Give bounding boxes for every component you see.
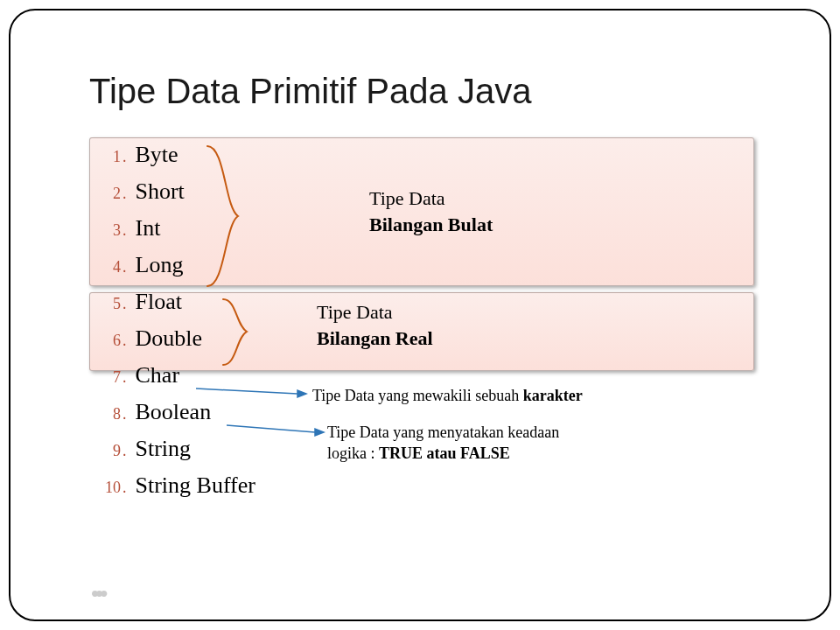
annot-line2: Bilangan Real <box>317 326 433 352</box>
svg-line-2 <box>227 425 315 432</box>
arrow-icon <box>194 378 308 404</box>
list-label: Float <box>136 289 182 315</box>
dot-separator: . <box>122 368 127 387</box>
annotation-real: Tipe Data Bilangan Real <box>317 299 433 351</box>
annot-line1: Tipe Data <box>317 299 433 326</box>
list-number: 10 <box>96 479 121 497</box>
list-label: Int <box>136 215 161 242</box>
note-line1: Tipe Data yang menyatakan keadaan <box>327 422 625 443</box>
list-number: 5 <box>96 295 121 313</box>
dot-separator: . <box>122 221 127 240</box>
note-bold: karakter <box>523 387 583 404</box>
note-line2-bold: TRUE atau FALSE <box>379 444 510 462</box>
list-label: String <box>136 436 192 462</box>
dot-separator: . <box>122 258 127 276</box>
slide-title: Tipe Data Primitif Pada Java <box>89 72 531 111</box>
dot-separator: . <box>122 148 127 166</box>
list-label: Byte <box>136 142 178 168</box>
list-number: 4 <box>96 258 121 276</box>
note-text: Tipe Data yang mewakili sebuah <box>312 387 523 404</box>
list-number: 2 <box>96 185 121 203</box>
list-label: Long <box>136 252 184 278</box>
dot-separator: . <box>122 442 127 460</box>
annotation-boolean: Tipe Data yang menyatakan keadaan logika… <box>327 422 625 465</box>
dot-separator: . <box>122 479 127 497</box>
dot-separator: . <box>122 332 127 350</box>
list-number: 7 <box>96 368 121 387</box>
arrow-icon <box>225 415 326 441</box>
dot-separator: . <box>122 185 127 203</box>
list-number: 3 <box>96 221 121 240</box>
list-number: 8 <box>96 405 121 424</box>
annotation-integer: Tipe Data Bilangan Bulat <box>369 186 493 237</box>
svg-marker-1 <box>298 390 306 397</box>
annot-line2: Bilangan Bulat <box>369 212 493 238</box>
list-item: 10.String Buffer <box>96 472 256 509</box>
list-label: Double <box>136 326 203 352</box>
list-number: 9 <box>96 442 121 460</box>
list-label: Char <box>136 362 180 388</box>
list-label: String Buffer <box>136 472 256 499</box>
svg-line-0 <box>196 388 298 394</box>
annot-line1: Tipe Data <box>369 186 493 212</box>
brace-icon <box>203 142 256 290</box>
svg-marker-3 <box>315 429 324 436</box>
list-item: 9.String <box>96 436 256 472</box>
brace-icon <box>219 295 262 369</box>
list-number: 6 <box>96 332 121 350</box>
note-line2-prefix: logika : <box>327 444 379 462</box>
decorative-dots: ••• <box>91 580 104 607</box>
annotation-char: Tipe Data yang mewakili sebuah karakter <box>312 385 583 406</box>
list-label: Short <box>136 178 185 205</box>
list-number: 1 <box>96 148 121 166</box>
dot-separator: . <box>122 405 127 424</box>
dot-separator: . <box>122 295 127 313</box>
